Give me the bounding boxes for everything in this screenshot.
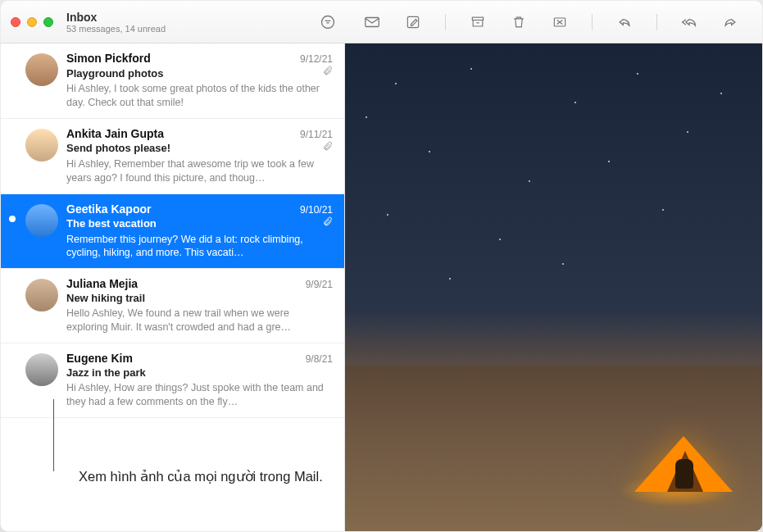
reply-all-icon — [680, 14, 698, 30]
message-preview: Remember this journey? We did a lot: roc… — [66, 233, 333, 261]
sender-name: Eugene Kim — [66, 352, 133, 365]
envelope-icon — [363, 13, 381, 31]
message-subject: Playground photos — [66, 67, 163, 80]
message-row[interactable]: Simon Pickford 9/12/21 Playground photos… — [1, 43, 344, 119]
paperclip-icon — [322, 216, 333, 230]
compose-icon — [405, 14, 421, 30]
message-subject: New hiking trail — [66, 292, 145, 304]
toolbar-separator — [445, 14, 446, 30]
forward-button[interactable] — [721, 13, 739, 31]
message-preview: Hi Ashley, I took some great photos of t… — [66, 82, 333, 110]
mailbox-subtitle: 53 messages, 14 unread — [66, 24, 166, 34]
callout-text: Xem hình ảnh của mọi người trong Mail. — [79, 467, 331, 486]
avatar — [25, 353, 58, 386]
message-date: 9/12/21 — [300, 53, 333, 65]
message-date: 9/9/21 — [306, 279, 333, 290]
attachment-image — [634, 420, 733, 492]
toolbar-separator — [656, 14, 657, 30]
message-row[interactable]: Eugene Kim 9/8/21 Jazz in the park Hi As… — [1, 343, 344, 418]
reply-all-button[interactable] — [680, 13, 698, 31]
mailbox-heading: Inbox 53 messages, 14 unread — [66, 11, 166, 34]
toolbar — [363, 13, 752, 31]
message-date: 9/11/21 — [300, 129, 333, 140]
avatar — [25, 204, 58, 237]
avatar — [25, 279, 58, 311]
close-window-button[interactable] — [11, 17, 20, 27]
message-row-selected[interactable]: Geetika Kapoor 9/10/21 The best vacation… — [1, 194, 344, 270]
delete-button[interactable] — [510, 13, 528, 31]
message-subject: The best vacation — [66, 217, 157, 230]
archive-icon — [470, 14, 486, 30]
paperclip-icon — [322, 65, 333, 80]
junk-button[interactable] — [551, 13, 569, 31]
sender-name: Juliana Mejia — [66, 277, 138, 290]
message-list: Simon Pickford 9/12/21 Playground photos… — [1, 43, 345, 531]
forward-icon — [722, 14, 738, 30]
junk-icon — [552, 14, 568, 30]
unread-indicator — [9, 216, 16, 222]
svg-point-0 — [322, 16, 334, 28]
sender-name: Geetika Kapoor — [66, 202, 151, 216]
mailbox-title: Inbox — [66, 11, 166, 24]
window-controls — [11, 17, 53, 27]
reply-button[interactable] — [615, 13, 634, 31]
sender-name: Ankita Jain Gupta — [66, 127, 164, 140]
message-row[interactable]: Juliana Mejia 9/9/21 New hiking trail He… — [1, 269, 344, 343]
filter-button[interactable] — [317, 11, 338, 33]
message-subject: Send photos please! — [66, 142, 170, 154]
fullscreen-window-button[interactable] — [43, 17, 53, 27]
toolbar-separator — [592, 14, 593, 30]
callout-line — [53, 399, 54, 471]
message-preview: Hi Ashley, Remember that awesome trip we… — [66, 157, 333, 185]
paperclip-icon — [322, 140, 333, 155]
avatar — [25, 129, 58, 161]
message-preview: Hello Ashley, We found a new trail when … — [66, 307, 333, 334]
avatar — [25, 53, 58, 86]
reply-icon — [616, 14, 633, 30]
message-date: 9/10/21 — [300, 204, 333, 216]
archive-button[interactable] — [469, 13, 487, 31]
message-date: 9/8/21 — [306, 353, 333, 365]
titlebar: Inbox 53 messages, 14 unread — [1, 1, 762, 43]
svg-rect-1 — [366, 17, 379, 26]
new-message-button[interactable] — [363, 13, 381, 31]
mail-window: Inbox 53 messages, 14 unread — [0, 0, 763, 532]
message-preview: Hi Ashley, How are things? Just spoke wi… — [66, 381, 333, 409]
trash-icon — [511, 14, 527, 30]
compose-button[interactable] — [404, 13, 422, 31]
filter-icon — [320, 14, 336, 30]
message-row[interactable]: Ankita Jain Gupta 9/11/21 Send photos pl… — [1, 119, 344, 194]
svg-rect-3 — [472, 17, 483, 20]
message-subject: Jazz in the park — [66, 366, 146, 379]
sender-name: Simon Pickford — [66, 52, 151, 65]
message-content-pane — [345, 43, 762, 531]
main-area: Simon Pickford 9/12/21 Playground photos… — [1, 43, 762, 531]
minimize-window-button[interactable] — [27, 17, 37, 27]
